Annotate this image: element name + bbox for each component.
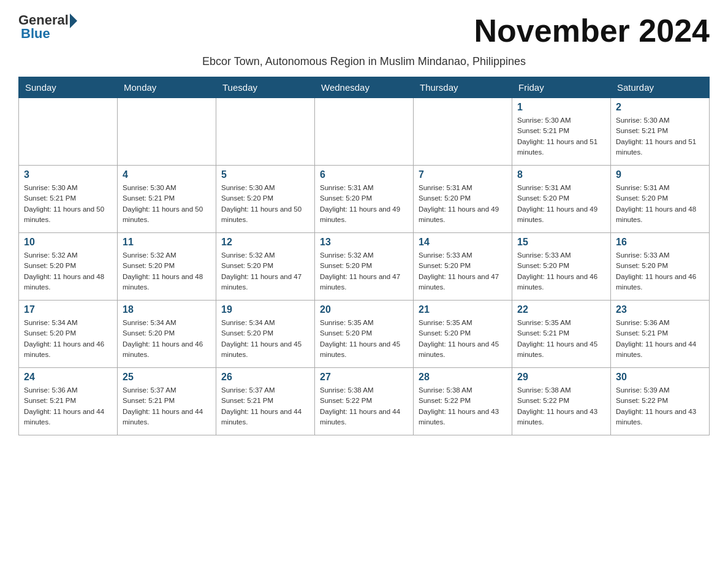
logo-blue-text: Blue (21, 26, 50, 42)
day-info: Sunrise: 5:39 AM Sunset: 5:22 PM Dayligh… (616, 385, 704, 427)
day-number: 9 (616, 169, 704, 180)
calendar-table: SundayMondayTuesdayWednesdayThursdayFrid… (18, 77, 710, 435)
calendar-day-cell: 15Sunrise: 5:33 AM Sunset: 5:20 PM Dayli… (512, 233, 611, 301)
calendar-day-cell: 2Sunrise: 5:30 AM Sunset: 5:21 PM Daylig… (611, 98, 710, 166)
calendar-day-cell: 11Sunrise: 5:32 AM Sunset: 5:20 PM Dayli… (118, 233, 216, 301)
calendar-day-cell: 4Sunrise: 5:30 AM Sunset: 5:21 PM Daylig… (118, 166, 216, 233)
day-number: 26 (221, 372, 309, 383)
day-info: Sunrise: 5:31 AM Sunset: 5:20 PM Dayligh… (419, 183, 507, 225)
logo: General Blue (18, 12, 77, 42)
day-number: 8 (517, 169, 605, 180)
day-number: 29 (517, 372, 605, 383)
calendar-week-row: 17Sunrise: 5:34 AM Sunset: 5:20 PM Dayli… (19, 301, 710, 368)
calendar-day-cell (315, 98, 414, 166)
day-info: Sunrise: 5:34 AM Sunset: 5:20 PM Dayligh… (24, 318, 112, 360)
calendar-day-cell: 20Sunrise: 5:35 AM Sunset: 5:20 PM Dayli… (315, 301, 414, 368)
calendar-day-cell: 18Sunrise: 5:34 AM Sunset: 5:20 PM Dayli… (118, 301, 216, 368)
calendar-day-cell: 10Sunrise: 5:32 AM Sunset: 5:20 PM Dayli… (19, 233, 118, 301)
calendar-day-cell: 28Sunrise: 5:38 AM Sunset: 5:22 PM Dayli… (414, 368, 512, 435)
calendar-day-cell: 1Sunrise: 5:30 AM Sunset: 5:21 PM Daylig… (512, 98, 611, 166)
day-info: Sunrise: 5:30 AM Sunset: 5:21 PM Dayligh… (24, 183, 112, 225)
page-subtitle: Ebcor Town, Autonomous Region in Muslim … (18, 55, 710, 68)
calendar-day-cell: 6Sunrise: 5:31 AM Sunset: 5:20 PM Daylig… (315, 166, 414, 233)
day-number: 12 (221, 237, 309, 248)
logo-arrow-icon (70, 13, 77, 28)
day-info: Sunrise: 5:31 AM Sunset: 5:20 PM Dayligh… (320, 183, 408, 225)
day-info: Sunrise: 5:37 AM Sunset: 5:21 PM Dayligh… (221, 385, 309, 427)
calendar-day-cell: 9Sunrise: 5:31 AM Sunset: 5:20 PM Daylig… (611, 166, 710, 233)
calendar-day-cell: 29Sunrise: 5:38 AM Sunset: 5:22 PM Dayli… (512, 368, 611, 435)
day-info: Sunrise: 5:33 AM Sunset: 5:20 PM Dayligh… (616, 250, 704, 293)
page-header: General Blue November 2024 (18, 12, 710, 49)
day-info: Sunrise: 5:30 AM Sunset: 5:21 PM Dayligh… (616, 115, 704, 158)
day-info: Sunrise: 5:33 AM Sunset: 5:20 PM Dayligh… (419, 250, 507, 293)
day-info: Sunrise: 5:38 AM Sunset: 5:22 PM Dayligh… (517, 385, 605, 427)
calendar-day-cell: 17Sunrise: 5:34 AM Sunset: 5:20 PM Dayli… (19, 301, 118, 368)
day-number: 6 (320, 169, 408, 180)
calendar-day-cell: 30Sunrise: 5:39 AM Sunset: 5:22 PM Dayli… (611, 368, 710, 435)
calendar-week-row: 1Sunrise: 5:30 AM Sunset: 5:21 PM Daylig… (19, 98, 710, 166)
calendar-day-header: Saturday (611, 77, 710, 98)
day-info: Sunrise: 5:32 AM Sunset: 5:20 PM Dayligh… (24, 250, 112, 293)
calendar-day-cell (118, 98, 216, 166)
calendar-week-row: 10Sunrise: 5:32 AM Sunset: 5:20 PM Dayli… (19, 233, 710, 301)
day-info: Sunrise: 5:32 AM Sunset: 5:20 PM Dayligh… (123, 250, 211, 293)
day-info: Sunrise: 5:35 AM Sunset: 5:20 PM Dayligh… (320, 318, 408, 360)
calendar-day-cell: 7Sunrise: 5:31 AM Sunset: 5:20 PM Daylig… (414, 166, 512, 233)
calendar-day-cell (19, 98, 118, 166)
day-info: Sunrise: 5:34 AM Sunset: 5:20 PM Dayligh… (123, 318, 211, 360)
calendar-week-row: 24Sunrise: 5:36 AM Sunset: 5:21 PM Dayli… (19, 368, 710, 435)
day-number: 17 (24, 304, 112, 315)
day-info: Sunrise: 5:30 AM Sunset: 5:20 PM Dayligh… (221, 183, 309, 225)
day-number: 25 (123, 372, 211, 383)
day-number: 20 (320, 304, 408, 315)
calendar-day-cell: 3Sunrise: 5:30 AM Sunset: 5:21 PM Daylig… (19, 166, 118, 233)
calendar-day-cell: 25Sunrise: 5:37 AM Sunset: 5:21 PM Dayli… (118, 368, 216, 435)
day-number: 24 (24, 372, 112, 383)
day-number: 10 (24, 237, 112, 248)
day-info: Sunrise: 5:36 AM Sunset: 5:21 PM Dayligh… (616, 318, 704, 360)
day-number: 4 (123, 169, 211, 180)
calendar-day-cell: 21Sunrise: 5:35 AM Sunset: 5:20 PM Dayli… (414, 301, 512, 368)
calendar-day-cell: 24Sunrise: 5:36 AM Sunset: 5:21 PM Dayli… (19, 368, 118, 435)
day-number: 14 (419, 237, 507, 248)
day-info: Sunrise: 5:31 AM Sunset: 5:20 PM Dayligh… (616, 183, 704, 225)
day-number: 7 (419, 169, 507, 180)
calendar-day-cell: 27Sunrise: 5:38 AM Sunset: 5:22 PM Dayli… (315, 368, 414, 435)
calendar-day-header: Tuesday (216, 77, 315, 98)
day-info: Sunrise: 5:33 AM Sunset: 5:20 PM Dayligh… (517, 250, 605, 293)
day-info: Sunrise: 5:30 AM Sunset: 5:21 PM Dayligh… (123, 183, 211, 225)
calendar-day-cell: 13Sunrise: 5:32 AM Sunset: 5:20 PM Dayli… (315, 233, 414, 301)
day-info: Sunrise: 5:32 AM Sunset: 5:20 PM Dayligh… (221, 250, 309, 293)
day-number: 21 (419, 304, 507, 315)
day-number: 18 (123, 304, 211, 315)
day-number: 22 (517, 304, 605, 315)
day-number: 15 (517, 237, 605, 248)
calendar-day-cell: 14Sunrise: 5:33 AM Sunset: 5:20 PM Dayli… (414, 233, 512, 301)
day-number: 30 (616, 372, 704, 383)
day-number: 23 (616, 304, 704, 315)
day-number: 27 (320, 372, 408, 383)
calendar-day-cell: 19Sunrise: 5:34 AM Sunset: 5:20 PM Dayli… (216, 301, 315, 368)
day-number: 16 (616, 237, 704, 248)
calendar-day-header: Thursday (414, 77, 512, 98)
day-info: Sunrise: 5:31 AM Sunset: 5:20 PM Dayligh… (517, 183, 605, 225)
calendar-day-header: Monday (118, 77, 216, 98)
day-info: Sunrise: 5:38 AM Sunset: 5:22 PM Dayligh… (419, 385, 507, 427)
day-number: 13 (320, 237, 408, 248)
day-info: Sunrise: 5:37 AM Sunset: 5:21 PM Dayligh… (123, 385, 211, 427)
calendar-day-cell: 16Sunrise: 5:33 AM Sunset: 5:20 PM Dayli… (611, 233, 710, 301)
calendar-day-cell: 12Sunrise: 5:32 AM Sunset: 5:20 PM Dayli… (216, 233, 315, 301)
day-info: Sunrise: 5:34 AM Sunset: 5:20 PM Dayligh… (221, 318, 309, 360)
day-info: Sunrise: 5:36 AM Sunset: 5:21 PM Dayligh… (24, 385, 112, 427)
calendar-day-cell: 8Sunrise: 5:31 AM Sunset: 5:20 PM Daylig… (512, 166, 611, 233)
calendar-day-header: Wednesday (315, 77, 414, 98)
calendar-day-cell: 26Sunrise: 5:37 AM Sunset: 5:21 PM Dayli… (216, 368, 315, 435)
calendar-day-cell: 23Sunrise: 5:36 AM Sunset: 5:21 PM Dayli… (611, 301, 710, 368)
day-number: 1 (517, 102, 605, 113)
calendar-day-cell: 5Sunrise: 5:30 AM Sunset: 5:20 PM Daylig… (216, 166, 315, 233)
day-number: 19 (221, 304, 309, 315)
day-number: 11 (123, 237, 211, 248)
calendar-header-row: SundayMondayTuesdayWednesdayThursdayFrid… (19, 77, 710, 98)
day-info: Sunrise: 5:35 AM Sunset: 5:21 PM Dayligh… (517, 318, 605, 360)
